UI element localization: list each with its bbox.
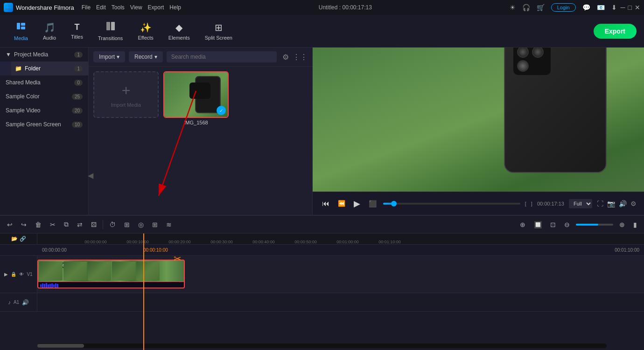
sidebar-item-sample-video[interactable]: Sample Video 20: [0, 103, 88, 117]
add-folder-icon[interactable]: 📂: [11, 236, 18, 242]
toolbar-media[interactable]: Media: [7, 18, 35, 44]
export-button[interactable]: Export: [594, 24, 637, 39]
sidebar-sample-green-left: Sample Green Screen: [6, 121, 61, 128]
media-panel: Import ▾ Record ▾ ⚙ ⋮⋮ + Import Media: [89, 48, 313, 215]
login-button[interactable]: Login: [551, 3, 576, 12]
close-button[interactable]: ✕: [635, 4, 640, 11]
marker-button[interactable]: ▮: [631, 220, 639, 230]
audio-bar: [49, 284, 51, 288]
toolbar-split-screen[interactable]: ⊞ Split Screen: [198, 19, 239, 43]
import-media-placeholder[interactable]: + Import Media: [93, 71, 159, 118]
grid-view-icon[interactable]: ⋮⋮: [293, 53, 308, 62]
zoom-slider[interactable]: [576, 224, 613, 226]
list-item[interactable]: ✓ IMG_1568: [163, 71, 229, 125]
resize-icon[interactable]: ⊡: [548, 220, 558, 230]
feedback-icon[interactable]: 💬: [582, 4, 590, 11]
redo-button[interactable]: ↪: [19, 220, 29, 230]
sidebar-item-shared-media[interactable]: Shared Media 0: [0, 75, 88, 89]
add-layer-button[interactable]: 🔲: [532, 220, 544, 230]
video-clip[interactable]: ▶ IMG_1568: [37, 260, 185, 288]
cut-button[interactable]: ✂: [48, 220, 58, 230]
minimize-button[interactable]: ─: [621, 4, 625, 11]
filter-icon[interactable]: ⚙: [282, 53, 289, 62]
shrink-button[interactable]: ⊖: [562, 220, 572, 230]
timer-button[interactable]: ⏱: [107, 220, 118, 230]
menu-tools[interactable]: Tools: [112, 4, 125, 11]
horizontal-scrollbar[interactable]: [37, 343, 607, 348]
ruler-time-0: 00:00:00:00: [84, 240, 107, 244]
menu-view[interactable]: View: [130, 4, 142, 11]
add-track-button[interactable]: ⊕: [518, 220, 528, 230]
audio-track-content[interactable]: [37, 293, 644, 311]
scrollbar-thumb[interactable]: [37, 344, 84, 348]
skip-back-button[interactable]: ⏮: [320, 198, 331, 210]
toolbar-effects[interactable]: ✨ Effects: [131, 19, 160, 43]
play-button[interactable]: ▶: [352, 197, 362, 211]
preview-progress-dot: [391, 201, 397, 206]
menu-help[interactable]: Help: [169, 4, 181, 11]
mirror-button[interactable]: ⇄: [75, 220, 85, 230]
maximize-button[interactable]: □: [628, 4, 632, 11]
fullscreen-icon[interactable]: ⛶: [597, 200, 603, 207]
import-dropdown-arrow[interactable]: ▾: [117, 54, 119, 60]
clip-thumb-1: [39, 261, 63, 281]
snapshot-icon[interactable]: 📷: [607, 200, 615, 207]
cart-icon[interactable]: 🛒: [537, 4, 545, 11]
undo-button[interactable]: ↩: [5, 220, 15, 230]
audio-volume-icon[interactable]: 🔊: [22, 299, 29, 306]
track-lock-icon[interactable]: 🔒: [11, 272, 16, 277]
sidebar-sample-color-left: Sample Color: [6, 93, 40, 100]
record-button[interactable]: Record ▾: [129, 51, 163, 62]
scissors-icon[interactable]: ✂: [174, 253, 182, 264]
headphones-icon[interactable]: 🎧: [522, 4, 530, 11]
zoom-fit-button[interactable]: ⊞: [122, 220, 132, 230]
volume-icon[interactable]: 🔊: [619, 200, 627, 207]
app-name: Wondershare Filmora: [16, 4, 74, 11]
adjust-button[interactable]: ⊞: [150, 220, 160, 230]
sidebar-project-media-count: 1: [74, 52, 83, 58]
menu-export[interactable]: Export: [148, 4, 164, 11]
import-button[interactable]: Import ▾: [93, 51, 125, 62]
crop-button[interactable]: ⚄: [89, 220, 99, 230]
zoom-in-button[interactable]: ⊕: [617, 220, 627, 230]
notification-icon[interactable]: 📧: [597, 4, 605, 11]
window-title: Untitled : 00:00:17:13: [185, 4, 506, 11]
toolbar-elements[interactable]: ◆ Elements: [162, 19, 196, 43]
menu-edit[interactable]: Edit: [96, 4, 106, 11]
check-badge: ✓: [217, 106, 226, 115]
preview-progress-bar[interactable]: [383, 203, 520, 205]
copy-button[interactable]: ⧉: [62, 219, 71, 230]
titlebar: Wondershare Filmora File Edit Tools View…: [0, 0, 644, 15]
search-input[interactable]: [167, 51, 277, 62]
track-video-icon: ▶: [4, 272, 8, 277]
toolbar-titles[interactable]: T Titles: [64, 20, 90, 42]
preview-bracket-right[interactable]: ]: [531, 201, 532, 206]
delete-button[interactable]: 🗑: [33, 220, 44, 230]
sidebar-item-sample-color[interactable]: Sample Color 25: [0, 89, 88, 103]
toolbar-elements-label: Elements: [168, 35, 190, 41]
record-dropdown-arrow[interactable]: ▾: [154, 54, 157, 60]
menu-file[interactable]: File: [82, 4, 91, 11]
quality-select[interactable]: Full 1/2 1/4: [569, 199, 592, 208]
media-thumbnail[interactable]: ✓: [163, 71, 229, 118]
transitions-icon: [105, 21, 116, 34]
toolbar-transitions[interactable]: Transitions: [91, 18, 129, 44]
settings-icon[interactable]: ⚙: [630, 200, 637, 207]
toolbar-audio[interactable]: 🎵 Audio: [36, 19, 63, 43]
step-back-button[interactable]: ⏪: [336, 198, 347, 209]
sidebar-item-folder[interactable]: 📁 Folder 1: [11, 62, 88, 75]
sidebar-section-project: ▼ Project Media 1 📁 Folder 1: [0, 48, 88, 131]
media-icon: [16, 21, 26, 34]
download-icon[interactable]: ⬇: [611, 4, 617, 11]
video-track-content[interactable]: ▶ IMG_1568: [37, 256, 644, 293]
sidebar-item-sample-green[interactable]: Sample Green Screen 10: [0, 117, 88, 131]
stop-button[interactable]: ⬛: [367, 198, 378, 209]
add-chain-icon[interactable]: 🔗: [20, 236, 26, 242]
compass-button[interactable]: ◎: [136, 220, 146, 230]
sidebar-item-project-media[interactable]: ▼ Project Media 1: [0, 48, 88, 62]
audio-wave-button[interactable]: ≋: [164, 220, 174, 230]
preview-bracket-left[interactable]: [: [525, 201, 526, 206]
track-eye-icon[interactable]: 👁: [19, 272, 24, 277]
sidebar-collapse-arrow[interactable]: ◀: [88, 171, 93, 179]
sun-icon[interactable]: ☀: [510, 4, 516, 11]
